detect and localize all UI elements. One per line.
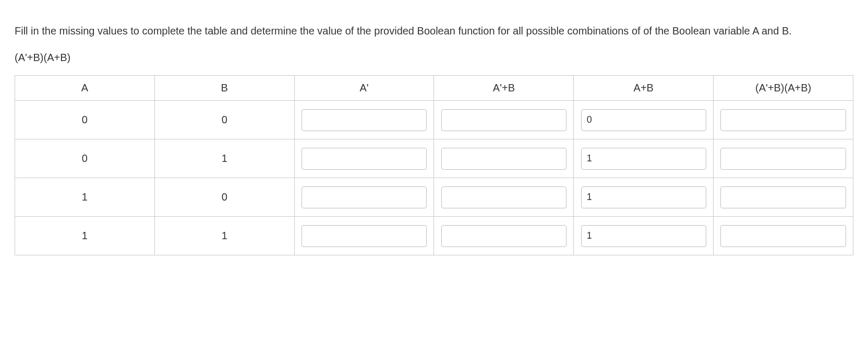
col-header-Aprime: A' bbox=[294, 76, 434, 101]
col-header-B: B bbox=[154, 76, 294, 101]
input-result[interactable] bbox=[720, 225, 846, 247]
input-result[interactable] bbox=[720, 186, 846, 208]
input-Aprime[interactable] bbox=[302, 186, 427, 208]
col-header-AprimeB: A'+B bbox=[434, 76, 574, 101]
cell-AprimeB bbox=[434, 217, 574, 255]
cell-result bbox=[714, 178, 853, 217]
cell-AplusB bbox=[574, 101, 714, 139]
cell-Aprime bbox=[294, 178, 434, 217]
table-row: 1 1 bbox=[15, 217, 853, 255]
cell-result bbox=[714, 101, 853, 139]
cell-result bbox=[714, 217, 853, 255]
col-header-A: A bbox=[15, 76, 155, 101]
cell-A: 1 bbox=[15, 178, 155, 217]
input-AplusB[interactable] bbox=[581, 148, 706, 170]
col-header-result: (A'+B)(A+B) bbox=[714, 76, 853, 101]
cell-Aprime bbox=[294, 139, 434, 178]
input-AplusB[interactable] bbox=[581, 109, 706, 131]
input-Aprime[interactable] bbox=[302, 109, 427, 131]
input-AprimeB[interactable] bbox=[441, 148, 566, 170]
table-header-row: A B A' A'+B A+B (A'+B)(A+B) bbox=[15, 76, 853, 101]
cell-B: 0 bbox=[154, 101, 294, 139]
cell-AprimeB bbox=[434, 101, 574, 139]
cell-A: 1 bbox=[15, 217, 155, 255]
cell-AprimeB bbox=[434, 139, 574, 178]
input-Aprime[interactable] bbox=[302, 225, 427, 247]
cell-A: 0 bbox=[15, 101, 155, 139]
input-AprimeB[interactable] bbox=[441, 109, 566, 131]
input-AprimeB[interactable] bbox=[441, 225, 566, 247]
cell-Aprime bbox=[294, 217, 434, 255]
table-row: 1 0 bbox=[15, 178, 853, 217]
cell-AplusB bbox=[574, 139, 714, 178]
input-AplusB[interactable] bbox=[581, 225, 706, 247]
col-header-AplusB: A+B bbox=[574, 76, 714, 101]
cell-AplusB bbox=[574, 217, 714, 255]
cell-AplusB bbox=[574, 178, 714, 217]
boolean-expression: (A'+B)(A+B) bbox=[15, 50, 853, 66]
truth-table: A B A' A'+B A+B (A'+B)(A+B) 0 0 0 1 1 0 bbox=[15, 75, 853, 255]
input-AprimeB[interactable] bbox=[441, 186, 566, 208]
input-Aprime[interactable] bbox=[302, 148, 427, 170]
cell-B: 1 bbox=[154, 139, 294, 178]
cell-B: 1 bbox=[154, 217, 294, 255]
input-AplusB[interactable] bbox=[581, 186, 706, 208]
cell-A: 0 bbox=[15, 139, 155, 178]
cell-AprimeB bbox=[434, 178, 574, 217]
question-prompt: Fill in the missing values to complete t… bbox=[15, 23, 853, 39]
cell-result bbox=[714, 139, 853, 178]
table-row: 0 0 bbox=[15, 101, 853, 139]
input-result[interactable] bbox=[720, 148, 846, 170]
cell-Aprime bbox=[294, 101, 434, 139]
cell-B: 0 bbox=[154, 178, 294, 217]
input-result[interactable] bbox=[720, 109, 846, 131]
table-row: 0 1 bbox=[15, 139, 853, 178]
